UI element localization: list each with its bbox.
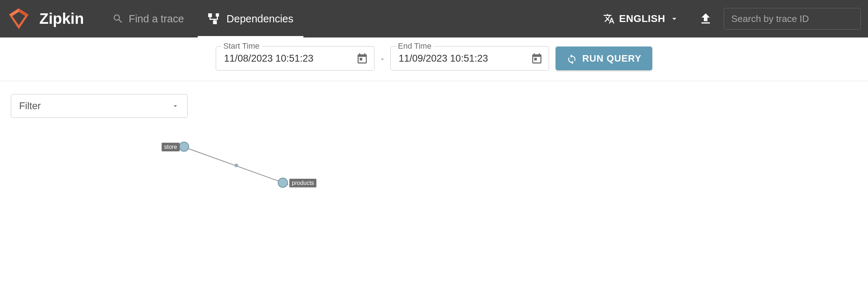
navbar: Zipkin Find a trace Dependencies ENGLISH [0, 0, 868, 37]
calendar-icon[interactable] [356, 52, 368, 65]
search-trace-input[interactable] [724, 8, 861, 30]
chevron-down-icon [670, 14, 679, 23]
brand-area[interactable]: Zipkin [7, 7, 84, 30]
nav-dependencies-label: Dependencies [227, 13, 293, 25]
svg-rect-4 [208, 13, 212, 17]
range-separator: - [381, 53, 384, 63]
nav-find-trace-label: Find a trace [129, 13, 184, 25]
end-time-field[interactable]: End Time [390, 46, 549, 71]
run-query-label: RUN QUERY [582, 53, 641, 64]
svg-rect-5 [216, 13, 219, 17]
zipkin-logo-icon [7, 7, 30, 30]
filter-label: Filter [19, 101, 41, 112]
language-select[interactable]: ENGLISH [595, 13, 688, 25]
start-time-field[interactable]: Start Time [216, 46, 374, 71]
graph-node-label-store: store [162, 143, 180, 151]
graph-node-products[interactable] [278, 178, 288, 188]
dependencies-icon [208, 13, 222, 24]
graph-node-label-products: products [289, 179, 316, 187]
run-query-button[interactable]: RUN QUERY [556, 46, 652, 70]
calendar-icon[interactable] [531, 52, 543, 65]
filter-select[interactable]: Filter [11, 94, 188, 118]
start-time-label: Start Time [221, 41, 262, 51]
query-toolbar: Start Time - End Time RUN QUERY [0, 37, 868, 81]
language-label: ENGLISH [619, 13, 665, 25]
start-time-input[interactable] [224, 53, 356, 64]
graph-node-store[interactable] [179, 142, 189, 152]
dependency-graph[interactable]: store products [11, 132, 857, 240]
search-icon [112, 13, 124, 25]
end-time-input[interactable] [399, 53, 531, 64]
translate-icon [603, 13, 615, 25]
upload-button[interactable] [691, 12, 720, 26]
upload-icon [698, 12, 713, 26]
nav-dependencies[interactable]: Dependencies [198, 0, 303, 37]
nav-find-trace[interactable]: Find a trace [102, 0, 194, 37]
graph-edge-dot [234, 164, 238, 167]
content-area: Filter store products [0, 81, 868, 253]
end-time-label: End Time [396, 41, 434, 51]
refresh-icon [566, 53, 577, 64]
svg-rect-6 [213, 21, 217, 25]
brand-name: Zipkin [39, 10, 84, 27]
dropdown-icon [171, 102, 179, 110]
